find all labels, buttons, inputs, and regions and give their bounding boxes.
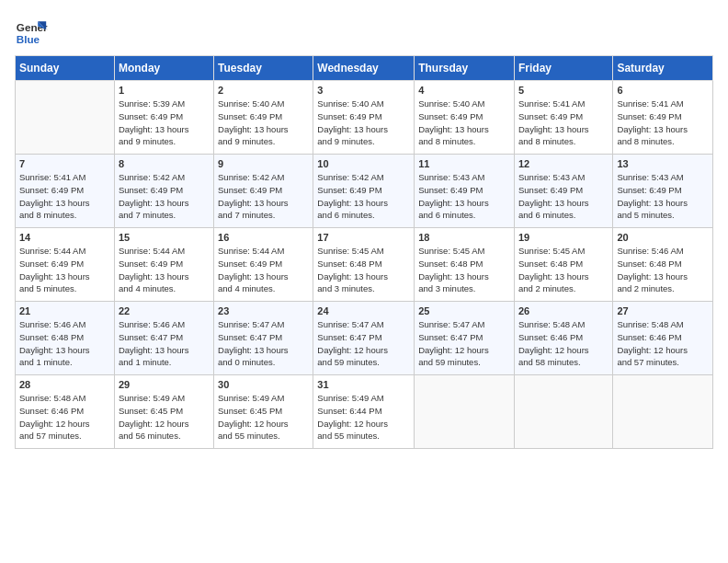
calendar-cell: 10Sunrise: 5:42 AM Sunset: 6:49 PM Dayli… xyxy=(313,155,415,228)
calendar-cell: 7Sunrise: 5:41 AM Sunset: 6:49 PM Daylig… xyxy=(16,155,115,228)
day-number: 19 xyxy=(518,232,609,243)
day-number: 27 xyxy=(617,305,709,316)
calendar-cell: 19Sunrise: 5:45 AM Sunset: 6:48 PM Dayli… xyxy=(514,228,612,302)
day-number: 23 xyxy=(218,305,309,316)
day-number: 8 xyxy=(119,158,210,169)
calendar-cell xyxy=(16,81,115,155)
calendar-cell: 14Sunrise: 5:44 AM Sunset: 6:49 PM Dayli… xyxy=(16,228,115,302)
day-number: 11 xyxy=(418,158,510,169)
day-detail: Sunrise: 5:41 AM Sunset: 6:49 PM Dayligh… xyxy=(617,98,709,148)
calendar-cell: 24Sunrise: 5:47 AM Sunset: 6:47 PM Dayli… xyxy=(313,302,415,375)
day-detail: Sunrise: 5:48 AM Sunset: 6:46 PM Dayligh… xyxy=(518,318,609,369)
calendar-cell: 23Sunrise: 5:47 AM Sunset: 6:47 PM Dayli… xyxy=(214,302,313,375)
day-detail: Sunrise: 5:46 AM Sunset: 6:48 PM Dayligh… xyxy=(19,318,110,369)
day-detail: Sunrise: 5:43 AM Sunset: 6:49 PM Dayligh… xyxy=(518,171,609,222)
weekday-header-saturday: Saturday xyxy=(613,56,713,81)
weekday-header-sunday: Sunday xyxy=(16,56,115,81)
day-number: 26 xyxy=(518,305,609,316)
weekday-header-wednesday: Wednesday xyxy=(313,56,415,81)
day-detail: Sunrise: 5:49 AM Sunset: 6:44 PM Dayligh… xyxy=(317,392,410,442)
day-detail: Sunrise: 5:44 AM Sunset: 6:49 PM Dayligh… xyxy=(218,245,309,295)
weekday-header-friday: Friday xyxy=(514,56,612,81)
day-number: 4 xyxy=(418,85,510,96)
day-detail: Sunrise: 5:46 AM Sunset: 6:48 PM Dayligh… xyxy=(617,245,709,295)
week-row-4: 21Sunrise: 5:46 AM Sunset: 6:48 PM Dayli… xyxy=(16,302,713,375)
calendar-table: SundayMondayTuesdayWednesdayThursdayFrid… xyxy=(15,55,713,449)
calendar-cell: 13Sunrise: 5:43 AM Sunset: 6:49 PM Dayli… xyxy=(613,155,713,228)
day-detail: Sunrise: 5:48 AM Sunset: 6:46 PM Dayligh… xyxy=(617,318,709,369)
day-number: 22 xyxy=(119,305,210,316)
day-detail: Sunrise: 5:48 AM Sunset: 6:46 PM Dayligh… xyxy=(19,392,110,442)
day-number: 3 xyxy=(317,85,410,96)
day-detail: Sunrise: 5:40 AM Sunset: 6:49 PM Dayligh… xyxy=(418,98,510,148)
day-detail: Sunrise: 5:42 AM Sunset: 6:49 PM Dayligh… xyxy=(317,171,410,222)
svg-text:Blue: Blue xyxy=(17,33,40,45)
day-detail: Sunrise: 5:41 AM Sunset: 6:49 PM Dayligh… xyxy=(19,171,110,222)
day-detail: Sunrise: 5:44 AM Sunset: 6:49 PM Dayligh… xyxy=(119,245,210,295)
day-number: 31 xyxy=(317,379,410,390)
calendar-cell: 1Sunrise: 5:39 AM Sunset: 6:49 PM Daylig… xyxy=(114,81,213,155)
calendar-cell: 21Sunrise: 5:46 AM Sunset: 6:48 PM Dayli… xyxy=(16,302,115,375)
calendar-cell: 25Sunrise: 5:47 AM Sunset: 6:47 PM Dayli… xyxy=(415,302,515,375)
day-number: 21 xyxy=(19,305,110,316)
logo: General Blue xyxy=(15,15,48,48)
calendar-cell: 17Sunrise: 5:45 AM Sunset: 6:48 PM Dayli… xyxy=(313,228,415,302)
calendar-cell: 3Sunrise: 5:40 AM Sunset: 6:49 PM Daylig… xyxy=(313,81,415,155)
day-detail: Sunrise: 5:40 AM Sunset: 6:49 PM Dayligh… xyxy=(218,98,309,148)
calendar-cell: 29Sunrise: 5:49 AM Sunset: 6:45 PM Dayli… xyxy=(114,375,213,449)
calendar-cell: 26Sunrise: 5:48 AM Sunset: 6:46 PM Dayli… xyxy=(514,302,612,375)
calendar-cell: 31Sunrise: 5:49 AM Sunset: 6:44 PM Dayli… xyxy=(313,375,415,449)
day-number: 7 xyxy=(19,158,110,169)
calendar-cell xyxy=(514,375,612,449)
day-detail: Sunrise: 5:47 AM Sunset: 6:47 PM Dayligh… xyxy=(317,318,410,369)
day-detail: Sunrise: 5:45 AM Sunset: 6:48 PM Dayligh… xyxy=(518,245,609,295)
day-number: 24 xyxy=(317,305,410,316)
day-detail: Sunrise: 5:46 AM Sunset: 6:47 PM Dayligh… xyxy=(119,318,210,369)
calendar-cell: 30Sunrise: 5:49 AM Sunset: 6:45 PM Dayli… xyxy=(214,375,313,449)
day-number: 2 xyxy=(218,85,309,96)
day-number: 30 xyxy=(218,379,309,390)
day-number: 6 xyxy=(617,85,709,96)
day-number: 5 xyxy=(518,85,609,96)
logo-icon: General Blue xyxy=(15,15,48,48)
day-number: 18 xyxy=(418,232,510,243)
calendar-cell: 18Sunrise: 5:45 AM Sunset: 6:48 PM Dayli… xyxy=(415,228,515,302)
weekday-header-row: SundayMondayTuesdayWednesdayThursdayFrid… xyxy=(16,56,713,81)
calendar-cell: 28Sunrise: 5:48 AM Sunset: 6:46 PM Dayli… xyxy=(16,375,115,449)
day-number: 25 xyxy=(418,305,510,316)
calendar-cell xyxy=(613,375,713,449)
day-detail: Sunrise: 5:49 AM Sunset: 6:45 PM Dayligh… xyxy=(218,392,309,442)
weekday-header-thursday: Thursday xyxy=(415,56,515,81)
day-detail: Sunrise: 5:43 AM Sunset: 6:49 PM Dayligh… xyxy=(418,171,510,222)
calendar-cell: 6Sunrise: 5:41 AM Sunset: 6:49 PM Daylig… xyxy=(613,81,713,155)
day-number: 12 xyxy=(518,158,609,169)
week-row-3: 14Sunrise: 5:44 AM Sunset: 6:49 PM Dayli… xyxy=(16,228,713,302)
day-detail: Sunrise: 5:45 AM Sunset: 6:48 PM Dayligh… xyxy=(317,245,410,295)
day-number: 9 xyxy=(218,158,309,169)
day-detail: Sunrise: 5:44 AM Sunset: 6:49 PM Dayligh… xyxy=(19,245,110,295)
day-detail: Sunrise: 5:45 AM Sunset: 6:48 PM Dayligh… xyxy=(418,245,510,295)
calendar-cell: 27Sunrise: 5:48 AM Sunset: 6:46 PM Dayli… xyxy=(613,302,713,375)
weekday-header-tuesday: Tuesday xyxy=(214,56,313,81)
day-number: 15 xyxy=(119,232,210,243)
day-detail: Sunrise: 5:49 AM Sunset: 6:45 PM Dayligh… xyxy=(119,392,210,442)
calendar-cell: 5Sunrise: 5:41 AM Sunset: 6:49 PM Daylig… xyxy=(514,81,612,155)
week-row-5: 28Sunrise: 5:48 AM Sunset: 6:46 PM Dayli… xyxy=(16,375,713,449)
day-detail: Sunrise: 5:42 AM Sunset: 6:49 PM Dayligh… xyxy=(218,171,309,222)
calendar-cell: 11Sunrise: 5:43 AM Sunset: 6:49 PM Dayli… xyxy=(415,155,515,228)
calendar-cell: 22Sunrise: 5:46 AM Sunset: 6:47 PM Dayli… xyxy=(114,302,213,375)
calendar-cell: 2Sunrise: 5:40 AM Sunset: 6:49 PM Daylig… xyxy=(214,81,313,155)
day-detail: Sunrise: 5:47 AM Sunset: 6:47 PM Dayligh… xyxy=(218,318,309,369)
calendar-cell: 12Sunrise: 5:43 AM Sunset: 6:49 PM Dayli… xyxy=(514,155,612,228)
day-detail: Sunrise: 5:39 AM Sunset: 6:49 PM Dayligh… xyxy=(119,98,210,148)
weekday-header-monday: Monday xyxy=(114,56,213,81)
day-number: 17 xyxy=(317,232,410,243)
calendar-cell: 16Sunrise: 5:44 AM Sunset: 6:49 PM Dayli… xyxy=(214,228,313,302)
day-number: 10 xyxy=(317,158,410,169)
day-number: 29 xyxy=(119,379,210,390)
calendar-cell: 20Sunrise: 5:46 AM Sunset: 6:48 PM Dayli… xyxy=(613,228,713,302)
week-row-2: 7Sunrise: 5:41 AM Sunset: 6:49 PM Daylig… xyxy=(16,155,713,228)
week-row-1: 1Sunrise: 5:39 AM Sunset: 6:49 PM Daylig… xyxy=(16,81,713,155)
day-number: 13 xyxy=(617,158,709,169)
day-number: 16 xyxy=(218,232,309,243)
